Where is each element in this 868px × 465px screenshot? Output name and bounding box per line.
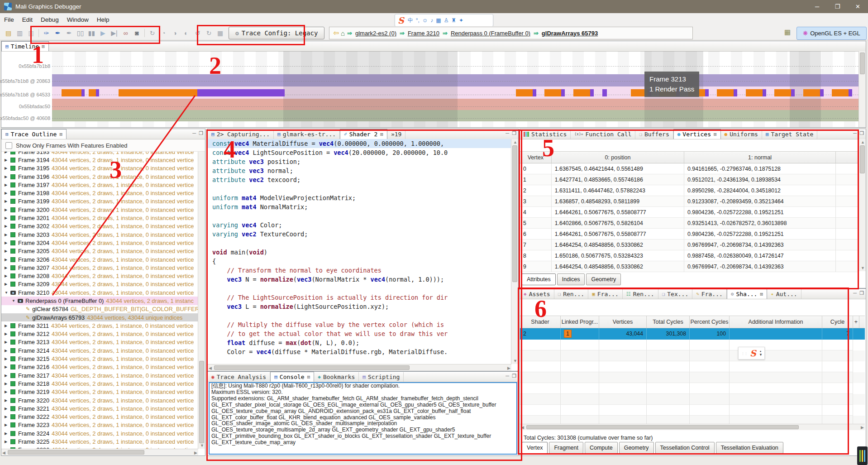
subtab-geometry[interactable]: Geometry: [586, 273, 621, 285]
frame-row[interactable]: ▶Frame 321843044 vertices, 2 draws, 1 in…: [1, 379, 198, 388]
collapse-arrow-icon[interactable]: ▶: [5, 332, 10, 336]
collapse-arrow-icon[interactable]: ▶: [5, 175, 10, 179]
frame-row[interactable]: ▶Frame 322243044 vertices, 2 draws, 1 in…: [1, 413, 198, 421]
frame-row[interactable]: ▶Frame 321143044 vertices, 2 draws, 1 in…: [1, 321, 198, 330]
menu-help[interactable]: Help: [93, 14, 114, 25]
frame-row[interactable]: ▶Frame 319843044 vertices, 2 draws, 1 in…: [1, 189, 198, 197]
timeline-renderpass-bar[interactable]: [746, 89, 763, 96]
tab-uniforms[interactable]: ●Uniforms: [721, 129, 762, 139]
frame-row[interactable]: ▼Frame 321043044 vertices, 2 draws, 1 in…: [1, 288, 198, 297]
add-column-button[interactable]: +: [853, 316, 859, 328]
frame-row[interactable]: ▶Frame 321543044 vertices, 2 draws, 1 in…: [1, 355, 198, 363]
menu-edit[interactable]: Edit: [18, 14, 37, 25]
timeline-renderpass-bar[interactable]: [590, 89, 594, 96]
minimize-view-icon[interactable]: ─: [506, 130, 509, 136]
collapse-arrow-icon[interactable]: ▶: [5, 440, 10, 444]
trace-config-button[interactable]: ⚙ Trace Config: Legacy: [229, 27, 324, 39]
play-icon[interactable]: ▶: [98, 28, 108, 38]
vertex-row[interactable]: 71.6464254, 0.48548856, 0.53308620.96769…: [520, 240, 859, 250]
minimize-view-icon[interactable]: ─: [853, 290, 857, 296]
close-icon[interactable]: ⊠: [380, 131, 383, 137]
expand-arrow-icon[interactable]: ▼: [5, 291, 10, 295]
ime-toolbar[interactable]: S 中°,☺♪▦♙♜✦: [395, 14, 493, 27]
sogou-float-bar[interactable]: ⋮⋮ S ▪▾: [738, 347, 765, 360]
breadcrumb-item[interactable]: glmark2-es2 (0): [355, 30, 396, 37]
tab-target-state[interactable]: ▦Target State: [762, 129, 818, 139]
collapse-arrow-icon[interactable]: ▶: [5, 152, 10, 154]
trace-vscrollbar[interactable]: ▼: [198, 152, 205, 449]
collapse-arrow-icon[interactable]: ▶: [5, 390, 10, 394]
tab-bookmarks[interactable]: ◈Bookmarks: [314, 372, 359, 382]
scroll-down-icon[interactable]: ▼: [200, 443, 204, 448]
frame-row[interactable]: ✎glClear 65784GL_DEPTH_BUFFER_BIT|GL_COL…: [1, 305, 198, 313]
half-cycle-icon[interactable]: ◐: [181, 28, 191, 38]
timeline-renderpass-bar[interactable]: [197, 89, 285, 96]
minimize-view-icon[interactable]: ─: [853, 130, 857, 136]
scroll-left-icon[interactable]: ◀: [209, 366, 212, 370]
maximize-button[interactable]: ❐: [827, 0, 848, 13]
ime-icon-5[interactable]: ♙: [444, 18, 448, 23]
pause-cycle-icon[interactable]: ◑: [170, 28, 180, 38]
tab-function-call[interactable]: (x)=Function Call: [571, 129, 635, 139]
scroll-down-icon[interactable]: ▼: [513, 359, 517, 363]
save-icon[interactable]: ▥: [14, 28, 25, 38]
shader-row-selected[interactable]: 2143,044301,3081007: [520, 328, 865, 340]
frame-row[interactable]: ▶Frame 321743044 vertices, 2 draws, 1 in…: [1, 371, 198, 379]
capture-pen-gray-icon[interactable]: ✒: [64, 28, 74, 38]
breadcrumb-item[interactable]: Frame 3210: [408, 30, 439, 37]
column-header[interactable]: Percent Cycles: [690, 316, 730, 328]
menu-file[interactable]: File: [0, 14, 18, 25]
frame-row[interactable]: ▶Frame 319543044 vertices, 2 draws, 1 in…: [1, 164, 198, 173]
close-icon[interactable]: ⊠: [59, 131, 62, 137]
subtab-indices[interactable]: Indices: [557, 273, 585, 285]
column-header[interactable]: Additional Information: [730, 316, 822, 328]
collapse-arrow-icon[interactable]: ▶: [5, 382, 10, 386]
ime-icon-0[interactable]: 中: [408, 18, 413, 23]
ime-icon-4[interactable]: ▦: [436, 18, 441, 23]
vertex-row[interactable]: 11.6427741, 0.4853665, 0.557461860.95120…: [520, 174, 859, 185]
maximize-view-icon[interactable]: ❐: [512, 130, 516, 136]
timeline-renderpass-bar[interactable]: [832, 89, 849, 96]
vertices-vscrollbar[interactable]: ▲ ▼: [858, 139, 866, 271]
tab-vertices[interactable]: ●Vertices⊠: [673, 129, 721, 139]
open-perspective-icon[interactable]: ▦: [784, 28, 791, 36]
frame-row[interactable]: ▶Frame 321443044 vertices, 2 draws, 1 in…: [1, 346, 198, 355]
timeline-chart[interactable]: Frame 32131 Render Pass: [52, 51, 858, 127]
timeline-renderpass-bar[interactable]: [516, 89, 533, 96]
stage-tab-tessellation-evaluation[interactable]: Tessellation Evaluation: [716, 442, 783, 454]
open-trace-icon[interactable]: ▤: [3, 28, 14, 38]
tab-aut[interactable]: ✦Aut...: [767, 289, 801, 299]
editor-tab[interactable]: »19: [387, 129, 405, 139]
collapse-arrow-icon[interactable]: ▶: [5, 258, 10, 262]
grid-icon[interactable]: ▦: [215, 28, 225, 38]
scroll-left-icon[interactable]: ◀: [2, 451, 5, 455]
vertex-row[interactable]: 91.6464254, 0.48548856, 0.53308620.96769…: [520, 261, 859, 272]
timeline-renderpass-bar[interactable]: [561, 89, 565, 96]
frame-row[interactable]: ▶Frame 320143044 vertices, 2 draws, 1 in…: [1, 214, 198, 222]
tab-tex[interactable]: ❏Tex...: [658, 289, 693, 299]
capture-pen-star-icon[interactable]: ✑: [41, 28, 52, 38]
tab-assets[interactable]: ❖Assets: [520, 289, 554, 299]
timeline-renderpass-bar[interactable]: [803, 89, 820, 96]
column-header[interactable]: Total Cycles: [647, 316, 690, 328]
capture-pen-icon[interactable]: ✒: [52, 28, 63, 38]
menu-debug[interactable]: Debug: [37, 14, 63, 25]
collapse-arrow-icon[interactable]: ▶: [5, 365, 10, 369]
frame-row[interactable]: ▶Frame 320643044 vertices, 2 draws, 1 in…: [1, 255, 198, 264]
vertex-row[interactable]: 41.6464261, 0.50677675, 0.558087770.9804…: [520, 207, 859, 218]
sogou-skin-widget[interactable]: [857, 446, 868, 465]
collapse-arrow-icon[interactable]: ▶: [5, 349, 10, 353]
collapse-arrow-icon[interactable]: ▶: [5, 431, 10, 436]
timeline-renderpass-bar[interactable]: [791, 89, 795, 96]
ime-icon-1[interactable]: °,: [416, 18, 420, 23]
maximize-view-icon[interactable]: ❐: [199, 130, 203, 136]
scroll-right-icon[interactable]: ▶: [507, 366, 510, 370]
refresh-icon[interactable]: ↻: [147, 28, 157, 38]
close-icon[interactable]: ⊠: [307, 374, 310, 380]
scroll-down-icon[interactable]: ▼: [861, 266, 865, 270]
tab-fra[interactable]: ▣Fra...: [588, 289, 623, 299]
collapse-arrow-icon[interactable]: ▶: [5, 407, 10, 411]
column-header[interactable]: 1: normal: [684, 152, 836, 163]
breadcrumb-item[interactable]: Renderpass 0 (FrameBuffer 0): [451, 30, 530, 37]
vertex-row[interactable]: 31.636857, 0.48548293, 0.58118990.912330…: [520, 196, 859, 207]
